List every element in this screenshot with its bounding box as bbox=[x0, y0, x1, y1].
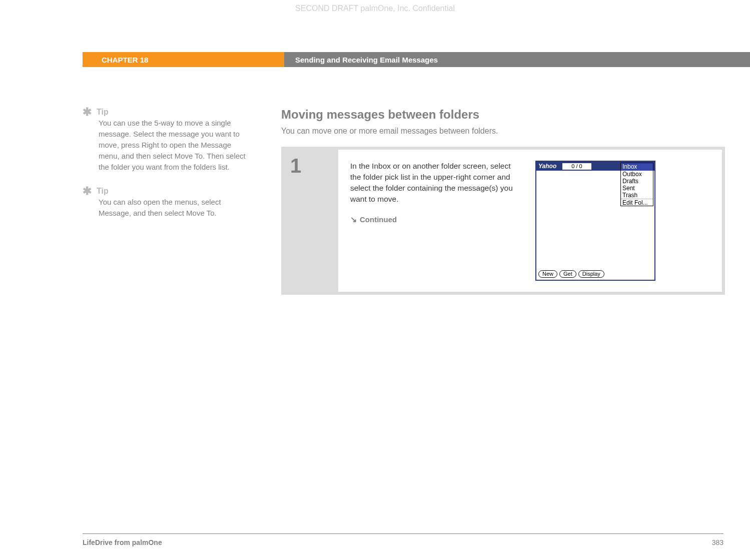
footer-product: LifeDrive from palmOne bbox=[83, 538, 162, 546]
screen-button-row: New Get Display bbox=[538, 270, 604, 278]
continued-label: Continued bbox=[360, 215, 397, 224]
footer: LifeDrive from palmOne 383 bbox=[83, 538, 723, 546]
dropdown-item-outbox[interactable]: Outbox bbox=[621, 171, 653, 178]
chapter-label: CHAPTER 18 bbox=[83, 52, 284, 67]
dropdown-item-trash[interactable]: Trash bbox=[621, 192, 653, 199]
continued-indicator: ↘ Continued bbox=[350, 215, 515, 224]
tip-header: ✱ Tip bbox=[83, 108, 251, 117]
step-number-col: 1 bbox=[284, 150, 338, 292]
step-number: 1 bbox=[290, 155, 338, 177]
header-spacer bbox=[0, 52, 83, 67]
footer-rule bbox=[83, 533, 723, 534]
tip-body: You can also open the menus, select Mess… bbox=[99, 197, 251, 219]
display-button[interactable]: Display bbox=[578, 270, 604, 278]
step-text: In the Inbox or on another folder screen… bbox=[350, 161, 515, 205]
section-title: Moving messages between folders bbox=[281, 108, 725, 122]
screen-counter: 0 / 0 bbox=[562, 163, 591, 170]
section-intro: You can move one or more email messages … bbox=[281, 127, 725, 136]
asterisk-icon: ✱ bbox=[83, 187, 92, 196]
folder-picklist[interactable]: Inbox Outbox Drafts Sent Trash Edit Fol.… bbox=[620, 163, 653, 206]
tip-header: ✱ Tip bbox=[83, 187, 251, 196]
device-screenshot: Yahoo 0 / 0 Inbox Outbox Drafts Sent Tra… bbox=[535, 161, 655, 281]
tip-block-1: ✱ Tip You can use the 5-way to move a si… bbox=[83, 108, 251, 173]
page-number: 383 bbox=[712, 538, 723, 546]
step-box: 1 In the Inbox or on another folder scre… bbox=[281, 147, 725, 295]
tips-sidebar: ✱ Tip You can use the 5-way to move a si… bbox=[0, 108, 281, 295]
dropdown-item-sent[interactable]: Sent bbox=[621, 185, 653, 192]
content-area: ✱ Tip You can use the 5-way to move a si… bbox=[0, 108, 750, 295]
tip-block-2: ✱ Tip You can also open the menus, selec… bbox=[83, 187, 251, 219]
step-inner: 1 In the Inbox or on another folder scre… bbox=[284, 150, 722, 292]
dropdown-item-edit[interactable]: Edit Fol... bbox=[621, 199, 653, 206]
header-bar: CHAPTER 18 Sending and Receiving Email M… bbox=[0, 52, 750, 67]
get-button[interactable]: Get bbox=[559, 270, 576, 278]
dropdown-selected[interactable]: Inbox bbox=[621, 163, 653, 171]
new-button[interactable]: New bbox=[538, 270, 557, 278]
tip-body: You can use the 5-way to move a single m… bbox=[99, 118, 251, 173]
watermark-text: SECOND DRAFT palmOne, Inc. Confidential bbox=[0, 4, 750, 13]
step-content: In the Inbox or on another folder screen… bbox=[338, 150, 722, 292]
down-right-arrow-icon: ↘ bbox=[350, 215, 357, 224]
screen-brand: Yahoo bbox=[537, 163, 556, 170]
step-text-col: In the Inbox or on another folder screen… bbox=[350, 161, 515, 281]
main-column: Moving messages between folders You can … bbox=[281, 108, 750, 295]
chapter-title: Sending and Receiving Email Messages bbox=[284, 52, 750, 67]
dropdown-item-drafts[interactable]: Drafts bbox=[621, 178, 653, 185]
tip-label: Tip bbox=[97, 187, 109, 196]
asterisk-icon: ✱ bbox=[83, 108, 92, 117]
tip-label: Tip bbox=[97, 108, 109, 117]
